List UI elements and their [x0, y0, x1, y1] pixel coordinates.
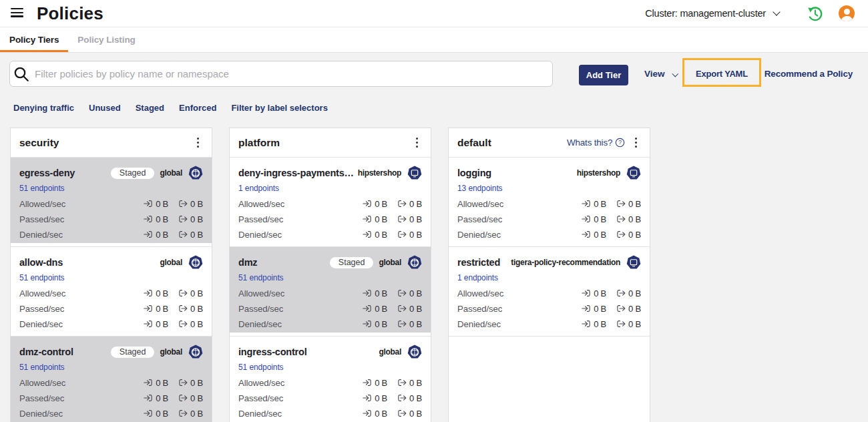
svg-text:?: ? [618, 139, 622, 146]
